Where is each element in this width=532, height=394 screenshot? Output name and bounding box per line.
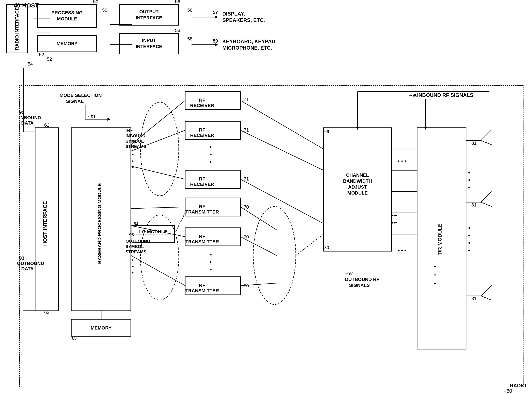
output-interface-label: OUTPUTINTERFACE: [136, 9, 162, 21]
output-interface-number: 56: [175, 0, 180, 5]
input-interface-number: 58: [175, 28, 180, 33]
svg-text:∼60: ∼60: [502, 388, 512, 394]
radio-section-border: [19, 85, 523, 387]
input-interface-box: INPUTINTERFACE 58: [119, 33, 179, 54]
memory-box-top: MEMORY 52: [37, 35, 97, 52]
input-interface-label: INPUTINTERFACE: [136, 37, 162, 50]
memory-label-top: MEMORY: [57, 41, 77, 47]
diagram-container: 57 59 40 HOST 54 50 52 56 58 DISPLAY, SP…: [0, 0, 532, 394]
processing-module-box: PROCESSINGMODULE 50: [37, 4, 97, 28]
processing-module-label: PROCESSINGMODULE: [52, 10, 83, 22]
radio-interface-label: RADIO INTERFACE: [14, 7, 20, 50]
memory-top-number: 52: [39, 52, 44, 57]
processing-module-number: 50: [93, 0, 98, 5]
radio-interface-box: RADIO INTERFACE: [6, 4, 28, 53]
output-interface-box: OUTPUTINTERFACE 56: [119, 4, 179, 26]
